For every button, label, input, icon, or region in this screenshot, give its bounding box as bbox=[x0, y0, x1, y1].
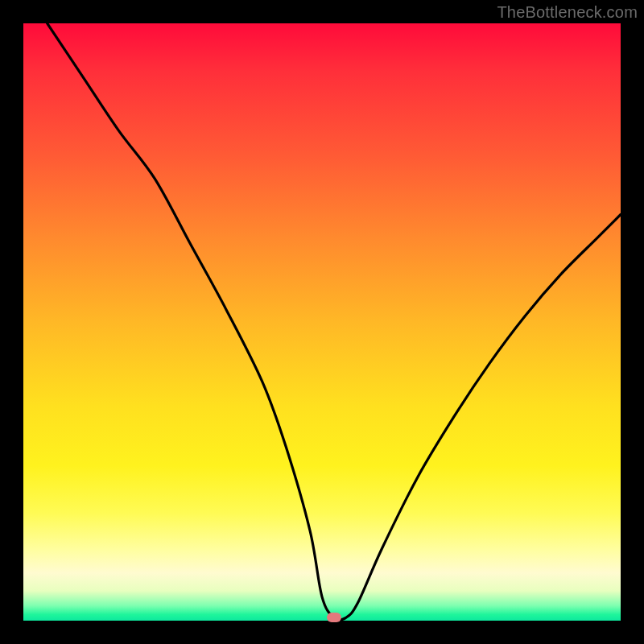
chart-frame: TheBottleneck.com bbox=[0, 0, 644, 644]
watermark-text: TheBottleneck.com bbox=[497, 3, 638, 22]
bottleneck-curve bbox=[23, 23, 621, 621]
minimum-marker bbox=[327, 613, 341, 622]
chart-plot-area bbox=[23, 23, 621, 621]
